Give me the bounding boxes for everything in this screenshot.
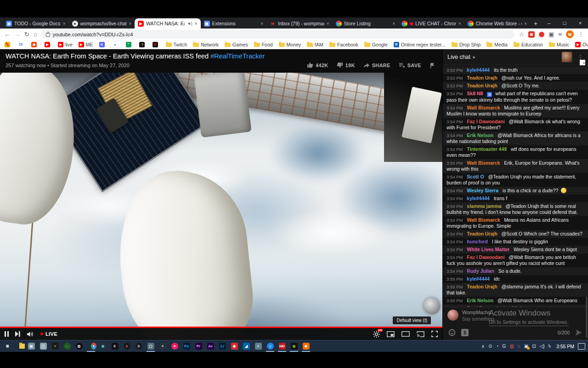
like-button[interactable]: 442K: [307, 62, 328, 68]
emoji-button[interactable]: [448, 329, 456, 336]
taskbar-app-button[interactable]: E: [109, 340, 120, 352]
taskbar-app-button[interactable]: +: [157, 340, 168, 352]
message-username[interactable]: Teadon Urajh: [467, 83, 497, 88]
bookmark-item[interactable]: ⊙: [99, 42, 107, 47]
chat-message-input[interactable]: [462, 315, 540, 322]
tab-close-icon[interactable]: ×: [458, 21, 461, 26]
taskbar-app-button[interactable]: Ps: [181, 340, 192, 352]
message-username[interactable]: Walt Bismarck: [467, 105, 500, 110]
chat-message[interactable]: 3:54 PM Rudy Julian So a dude.: [443, 267, 588, 275]
action-center-icon[interactable]: [578, 343, 585, 350]
next-button[interactable]: [15, 331, 21, 337]
bookmark-item[interactable]: Twitch: [166, 42, 187, 47]
browser-tab[interactable]: ▣ Extensions ×: [201, 18, 267, 29]
tray-icon[interactable]: ▥: [509, 344, 514, 349]
bookmark-item[interactable]: Facebook: [329, 42, 358, 47]
bookmark-item[interactable]: N: [153, 42, 160, 47]
reload-icon[interactable]: ↻: [24, 31, 29, 37]
message-username[interactable]: Erik Nelson: [467, 132, 493, 138]
message-username[interactable]: kyle#4444: [467, 196, 490, 201]
bookmark-item[interactable]: ▚: [5, 42, 12, 47]
chat-message[interactable]: 3:54 PM Sk8 N8 D what part of the republ…: [443, 90, 588, 104]
report-flag-button[interactable]: [430, 63, 435, 68]
taskbar-app-button[interactable]: ⊞: [2, 340, 13, 352]
maximize-button[interactable]: □: [557, 17, 572, 29]
message-username[interactable]: Sk8 N8: [467, 91, 483, 96]
taskbar-app-button[interactable]: ◉: [288, 340, 300, 352]
tray-icon[interactable]: ◔: [496, 344, 498, 349]
bookmark-item[interactable]: Games: [225, 42, 248, 47]
settings-button[interactable]: HD: [373, 331, 380, 338]
taskbar-clock[interactable]: 3:55 PM: [554, 344, 577, 349]
save-button[interactable]: SAVE: [399, 63, 421, 68]
extensions-puzzle-icon[interactable]: ▣: [548, 31, 554, 37]
bookmark-item[interactable]: Food: [254, 42, 273, 47]
taskbar-app-button[interactable]: ♫: [265, 340, 276, 352]
close-button[interactable]: ×: [572, 17, 588, 29]
message-username[interactable]: Teadon Urajh: [467, 284, 497, 289]
browser-tab[interactable]: • Store Listing ×: [333, 18, 399, 29]
taskbar-app-button[interactable]: ◢: [241, 340, 252, 352]
chat-message[interactable]: 3:54 PM kyle#4444 trans f: [443, 195, 588, 202]
bookmark-item[interactable]: ▶: [45, 42, 52, 47]
taskbar-app-button[interactable]: Pr: [193, 340, 204, 352]
bookmark-item[interactable]: ▲: [113, 42, 120, 47]
browser-tab[interactable]: M Inbox (79) - wompmacho@ ×: [266, 18, 333, 29]
chat-scrollbar[interactable]: [586, 297, 588, 338]
tab-close-icon[interactable]: ×: [260, 21, 263, 26]
minimize-button[interactable]: –: [541, 17, 557, 29]
pause-button[interactable]: [5, 331, 9, 337]
chat-message[interactable]: 3:54 PM Walt Bismarck Means no Asians an…: [443, 216, 588, 230]
home-icon[interactable]: ⌂: [34, 31, 37, 37]
chat-message[interactable]: 3:53 PM kyle#4444 its the truth: [443, 66, 588, 74]
lock-icon[interactable]: [46, 33, 50, 37]
bookmark-item[interactable]: Google: [364, 42, 388, 47]
address-bar[interactable]: youtube.com/watch?v=DDU-rZs-Ic4: [41, 30, 515, 39]
taskbar-app-button[interactable]: ◎: [74, 340, 85, 352]
message-username[interactable]: Walt Bismarck: [467, 160, 500, 166]
bookmark-item[interactable]: Money: [279, 42, 301, 47]
progress-bar[interactable]: [0, 327, 442, 328]
message-username[interactable]: Faz l Dawoodani: [467, 119, 504, 124]
taskbar-app-button[interactable]: ≡: [253, 340, 264, 352]
taskbar-app-button[interactable]: S: [133, 340, 144, 352]
volume-icon[interactable]: [27, 331, 34, 337]
bookmark-item[interactable]: ▶ ME: [79, 42, 93, 47]
chat-message[interactable]: 3:54 PM Faz l Dawoodani @Walt Bismarck o…: [443, 118, 588, 132]
taskbar-app-button[interactable]: ▣: [26, 340, 37, 352]
taskbar-app-button[interactable]: ▢: [38, 340, 49, 352]
chat-message[interactable]: 3:55 PM Faz l Dawoodani white*: [443, 305, 588, 307]
bookmark-item[interactable]: Network: [193, 42, 219, 47]
chat-message[interactable]: 3:54 PM Erik Nelson @Walt Bismarck Afric…: [443, 132, 588, 145]
chat-message-list[interactable]: 3:53 PM kyle#4444 its the truth 3:53 PM …: [443, 65, 588, 307]
browser-tab[interactable]: ▤ TODO - Google Docs ×: [3, 18, 69, 29]
tray-icon[interactable]: ▣: [524, 344, 528, 349]
bookmark-item[interactable]: ◉: [31, 42, 39, 47]
chat-message[interactable]: 3:54 PM Scott O @Teadon Urajh you made t…: [443, 173, 588, 187]
message-username[interactable]: Faz l Dawoodani: [467, 305, 504, 307]
message-username[interactable]: Teadon Urajh: [467, 231, 497, 236]
bookmark-item[interactable]: R Online regex tester...: [394, 42, 446, 47]
video-hashtag[interactable]: #RealTimeTracker: [210, 52, 265, 60]
browser-tab[interactable]: • LIVE CHAT - Chrome W ×: [398, 18, 464, 29]
chat-message[interactable]: 3:54 PM Teadon Urajh @Scott O Which one?…: [443, 230, 588, 238]
taskbar-app-button[interactable]: ◈: [300, 340, 311, 352]
live-indicator[interactable]: LIVE: [40, 331, 57, 337]
tab-close-icon[interactable]: ×: [63, 21, 66, 26]
browser-tab[interactable]: ● wompmacho/live-chat: A C ×: [69, 18, 135, 29]
bookmark-item[interactable]: ▶ live: [58, 42, 73, 47]
tab-close-icon[interactable]: ×: [524, 21, 527, 26]
tab-close-icon[interactable]: ×: [129, 21, 131, 26]
chat-message[interactable]: 3:55 PM Teadon Urajh @slamma jamma It's …: [443, 283, 588, 297]
bookmark-star-icon[interactable]: ☆: [519, 31, 524, 37]
message-username[interactable]: kyle#4444: [467, 276, 490, 282]
bookmark-item[interactable]: ☽: [139, 42, 147, 47]
taskbar-app-button[interactable]: ◆: [229, 340, 240, 352]
profile-avatar[interactable]: M: [566, 30, 574, 38]
bookmark-item[interactable]: Music: [549, 42, 569, 47]
record-extension-icon[interactable]: [539, 32, 544, 37]
taskbar-app-button[interactable]: [85, 340, 96, 352]
taskbar-app-button[interactable]: ◗: [62, 340, 73, 352]
superchat-dollar-button[interactable]: $: [461, 329, 469, 336]
tab-close-icon[interactable]: ×: [195, 21, 198, 26]
